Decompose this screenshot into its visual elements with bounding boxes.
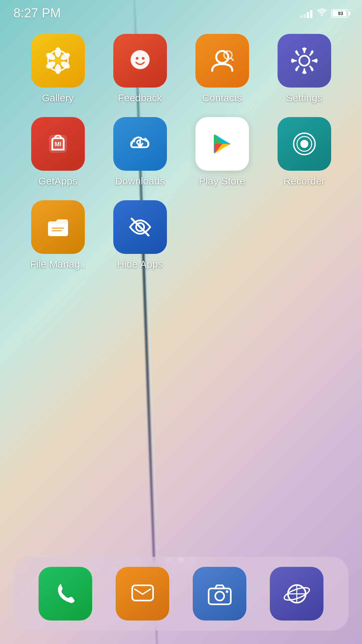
svg-point-13 bbox=[216, 51, 228, 63]
svg-point-12 bbox=[142, 57, 144, 60]
status-icons: 93 bbox=[300, 7, 349, 19]
downloads-icon bbox=[113, 117, 167, 171]
playstore-label: Play Store bbox=[199, 175, 245, 187]
app-settings[interactable]: Settings bbox=[266, 34, 342, 104]
status-bar: 8:27 PM 93 bbox=[0, 0, 362, 24]
dock-messages[interactable] bbox=[116, 567, 169, 621]
hideapps-icon bbox=[113, 200, 167, 254]
app-downloads[interactable]: Downloads bbox=[102, 117, 178, 187]
gallery-icon bbox=[31, 34, 85, 88]
app-recorder[interactable]: Recorder bbox=[266, 117, 342, 187]
svg-point-16 bbox=[299, 56, 309, 66]
svg-line-15 bbox=[231, 58, 233, 60]
getapps-icon: MI bbox=[31, 117, 85, 171]
messages-icon bbox=[128, 580, 157, 608]
svg-point-22 bbox=[300, 140, 308, 148]
app-filemanager[interactable]: File Manag.. bbox=[20, 200, 96, 270]
svg-point-5 bbox=[55, 64, 61, 74]
hideapps-label: Hide Apps bbox=[117, 259, 163, 270]
getapps-label: GetApps bbox=[38, 175, 77, 187]
app-grid: Gallery Feedback Contacts bbox=[0, 24, 362, 280]
recorder-label: Recorder bbox=[284, 175, 325, 187]
dock bbox=[13, 557, 349, 631]
feedback-label: Feedback bbox=[118, 92, 162, 104]
settings-label: Settings bbox=[286, 92, 322, 104]
filemanager-label: File Manag.. bbox=[30, 259, 85, 270]
recorder-icon bbox=[278, 117, 331, 171]
svg-text:MI: MI bbox=[55, 141, 61, 148]
status-time: 8:27 PM bbox=[13, 6, 61, 20]
wifi-icon bbox=[316, 7, 327, 19]
dock-browser[interactable] bbox=[270, 567, 323, 621]
svg-point-0 bbox=[321, 14, 323, 16]
feedback-icon bbox=[113, 34, 167, 88]
svg-point-2 bbox=[55, 47, 61, 57]
svg-point-8 bbox=[55, 57, 61, 64]
svg-rect-27 bbox=[132, 585, 153, 600]
gallery-label: Gallery bbox=[42, 92, 74, 104]
svg-point-11 bbox=[136, 57, 138, 60]
app-getapps[interactable]: MI GetApps bbox=[20, 117, 96, 187]
settings-icon bbox=[278, 34, 331, 88]
svg-point-30 bbox=[226, 590, 228, 593]
browser-icon bbox=[283, 580, 311, 608]
filemanager-icon bbox=[31, 200, 85, 254]
signal-icon bbox=[300, 9, 312, 18]
svg-point-29 bbox=[215, 591, 224, 600]
app-contacts[interactable]: Contacts bbox=[184, 34, 260, 104]
dock-phone[interactable] bbox=[39, 567, 92, 621]
contacts-icon bbox=[195, 34, 249, 88]
app-feedback[interactable]: Feedback bbox=[102, 34, 178, 104]
contacts-label: Contacts bbox=[202, 92, 242, 104]
dock-camera[interactable] bbox=[193, 567, 246, 621]
camera-icon bbox=[205, 580, 234, 608]
app-hideapps[interactable]: Hide Apps bbox=[102, 200, 178, 270]
battery-icon: 93 bbox=[331, 9, 349, 18]
app-playstore[interactable]: Play Store bbox=[184, 117, 260, 187]
app-gallery[interactable]: Gallery bbox=[20, 34, 96, 104]
playstore-icon bbox=[195, 117, 249, 171]
phone-icon bbox=[51, 580, 80, 608]
downloads-label: Downloads bbox=[115, 175, 165, 187]
